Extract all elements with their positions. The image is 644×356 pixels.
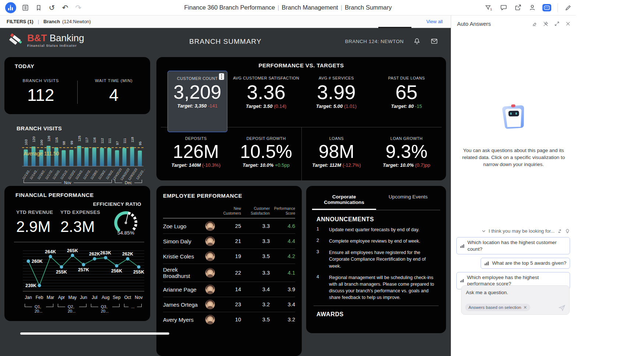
bar-value-label: 111 <box>107 137 112 145</box>
bar[interactable]: 98 <box>60 133 68 166</box>
ytd-expenses-value: 2.3M <box>60 218 100 236</box>
branch-visits-chart[interactable]: BRANCH VISITS 10312010012611598991251171… <box>4 123 150 186</box>
kpi-tile[interactable]: LOANS98MTarget: 112M (-12.7%) <box>301 127 372 181</box>
app-logo-icon[interactable] <box>5 2 16 13</box>
employee-row[interactable]: Avery Myers103.53.2 <box>163 312 295 327</box>
bar[interactable]: 126 <box>45 133 53 166</box>
history-icon[interactable]: ↺ <box>48 4 56 12</box>
x-tick-label: 11/16/2... <box>37 166 45 178</box>
close-icon[interactable] <box>565 21 571 27</box>
performance-score-value: 3.2 <box>270 317 295 322</box>
chevron-down-icon[interactable] <box>481 229 486 233</box>
send-icon[interactable] <box>558 304 566 311</box>
x-tick-label: 11/17/2... <box>45 166 53 178</box>
kpi-target: Target: 80 -15 <box>371 103 442 109</box>
month-label: Mar <box>45 295 56 300</box>
bar-value-label: 112 <box>100 137 104 145</box>
remove-selection-icon[interactable]: ✕ <box>523 305 527 310</box>
bar[interactable]: 100 <box>37 133 45 166</box>
bar[interactable]: 120 <box>30 133 38 166</box>
mail-icon[interactable] <box>430 38 438 45</box>
ytd-revenue[interactable]: YTD REVENUE 2.9M <box>16 209 53 236</box>
kpi-tile[interactable]: LOAN GROWTH9.3%Target: 10.0% (0.7)pp <box>371 127 442 181</box>
insight-bulb-icon[interactable] <box>565 229 570 234</box>
today-wait-time[interactable]: WAIT TIME (MIN) 4 <box>78 76 151 110</box>
filter-icon[interactable]: 1 <box>485 4 493 12</box>
undo-icon[interactable]: ↶ <box>61 4 69 12</box>
employee-title: EMPLOYEE PERFORMANCE <box>163 193 295 199</box>
today-branch-visits[interactable]: BRANCH VISITS 112 <box>4 76 77 110</box>
tab-corporate-communications[interactable]: Corporate Communications <box>312 192 376 210</box>
selection-context-chip[interactable]: Answers based on selection ✕ <box>465 304 530 311</box>
month-bracket: Nov <box>24 180 112 183</box>
bar[interactable]: 116 <box>91 133 98 166</box>
announcement-number: 2 <box>316 238 329 244</box>
employee-row[interactable]: James Ortega233.23.4 <box>163 297 295 312</box>
employee-row[interactable]: Zoe Lugo253.34.6 <box>163 218 295 233</box>
svg-text:262K: 262K <box>122 251 133 257</box>
bar[interactable]: 97 <box>113 133 121 166</box>
eraser-icon[interactable] <box>531 21 537 27</box>
bar[interactable]: 95 <box>136 133 144 166</box>
auto-answers-bot-icon[interactable] <box>542 4 551 11</box>
kebab-menu-icon[interactable] <box>219 73 224 80</box>
user-icon[interactable] <box>528 4 536 12</box>
kpi-target-text: Target: 10.0% <box>383 162 414 168</box>
month-label: Feb <box>34 295 45 300</box>
kpi-label: DEPOSIT GROWTH <box>231 136 301 141</box>
filter-value[interactable]: (124:Newton) <box>62 19 91 24</box>
bar[interactable]: 111 <box>121 133 128 166</box>
bar[interactable]: 112 <box>98 133 106 166</box>
employee-row[interactable]: Kristie Coles193.54.2 <box>163 249 295 264</box>
bar[interactable]: 103 <box>22 133 30 166</box>
horizontal-scrollbar[interactable] <box>20 332 169 335</box>
month-label: Jan <box>23 295 34 300</box>
employee-row[interactable]: Derek Broadhurst223.34.1 <box>163 264 295 282</box>
kpi-tile[interactable]: DEPOSITS126MTarget: 140M (-10.3%) <box>161 127 231 181</box>
kpi-tile[interactable]: DEPOSIT GROWTH10.5%Target: 10.0% +0.5pp <box>231 127 301 181</box>
kpi-label: CUSTOMER COUNT <box>168 76 227 81</box>
edit-pencil-icon[interactable] <box>564 4 572 12</box>
efficiency-gauge[interactable]: 54.85% <box>108 208 144 236</box>
employee-row[interactable]: Simon Daly213.34.4 <box>163 233 295 249</box>
filter-name[interactable]: Branch <box>43 19 60 24</box>
comment-icon[interactable] <box>499 4 507 12</box>
employee-name: Kristie Coles <box>163 253 203 260</box>
bar[interactable]: 117 <box>83 133 91 166</box>
monthly-line-chart[interactable]: 260K239K264K255K265K257K262K263K256K262K… <box>23 248 144 294</box>
employee-row[interactable]: Arianne Page143.43.9 <box>163 282 295 297</box>
kpi-tile[interactable]: AVG # SERVICES3.99Target: 5.00 (1.01) <box>301 69 372 127</box>
unpin-icon[interactable] <box>543 21 549 27</box>
expand-icon[interactable] <box>554 21 560 27</box>
announcement-item: 2Complete employee reviews by end of wee… <box>316 238 440 244</box>
kpi-tile[interactable]: PAST DUE LOANS65Target: 80 -15 <box>371 69 442 127</box>
bell-icon[interactable] <box>413 38 421 45</box>
kpi-tile[interactable]: AVG CUSTOMER SATISFACTION3.36Target: 3.5… <box>231 69 301 127</box>
ytd-expenses[interactable]: YTD EXPENSES 2.3M <box>60 209 100 236</box>
kpi-tile[interactable]: CUSTOMER COUNT3,209Target: 3,350 -141 <box>167 71 227 132</box>
redo-icon[interactable]: ↷ <box>74 4 82 12</box>
bookmark-icon[interactable] <box>35 4 43 12</box>
question-input[interactable]: Ask me a question. Answers based on sele… <box>461 285 570 315</box>
bar[interactable]: 118 <box>128 133 136 166</box>
share-icon[interactable] <box>514 4 522 12</box>
tab-upcoming-events[interactable]: Upcoming Events <box>376 192 440 210</box>
suggestion-chip[interactable]: Which location has the highest customer … <box>456 237 570 254</box>
employee-name: Zoe Lugo <box>163 223 203 229</box>
quarter-brackets: Q1, 20...Q2, 20...Q3, 20...... <box>23 302 144 310</box>
bar-rect <box>77 146 81 166</box>
month-label: Oct <box>122 295 133 300</box>
bar[interactable]: 111 <box>106 133 113 166</box>
bar[interactable]: 115 <box>53 133 60 166</box>
bar[interactable]: 125 <box>75 133 83 166</box>
employee-name: Derek Broadhurst <box>163 267 203 279</box>
filters-label[interactable]: FILTERS (1) <box>7 19 33 24</box>
report-list-icon[interactable] <box>21 4 29 12</box>
suggestion-chip[interactable]: What are the top 5 awards given? <box>481 258 570 269</box>
kpi-row-1: CUSTOMER COUNT3,209Target: 3,350 -141AVG… <box>156 69 446 127</box>
bar[interactable]: 99 <box>68 133 75 166</box>
efficiency-ratio-label: EFFICIENCY RATIO <box>93 201 141 207</box>
view-all-link[interactable]: View all <box>426 19 443 24</box>
average-line <box>22 147 144 148</box>
refresh-suggestions-icon[interactable] <box>557 229 562 234</box>
